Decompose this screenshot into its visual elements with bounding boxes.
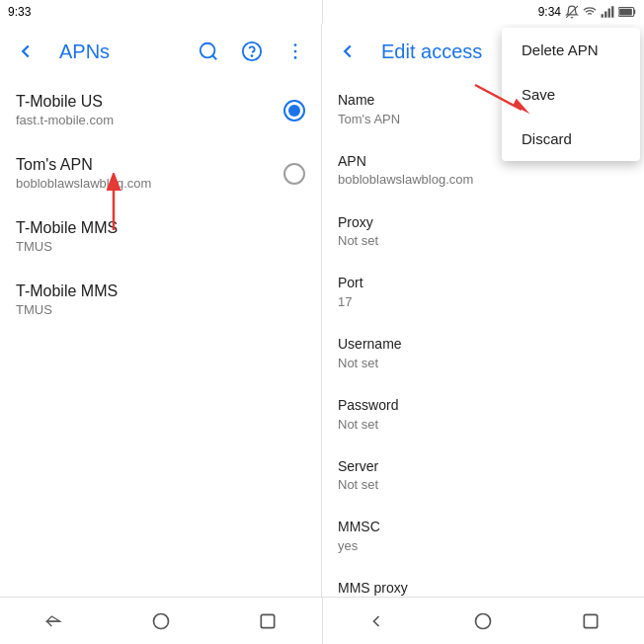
apn-url: TMUS xyxy=(16,239,305,256)
svg-rect-2 xyxy=(604,11,606,17)
apn-item-toms-apn[interactable]: Tom's APN bobloblawslawblog.com xyxy=(0,142,321,205)
field-value-proxy: Not set xyxy=(338,232,628,250)
apn-name: T-Mobile MMS xyxy=(16,218,305,239)
menu-save[interactable]: Save xyxy=(502,72,640,117)
svg-marker-20 xyxy=(47,621,52,626)
wifi-icon xyxy=(583,5,597,19)
radio-unselected[interactable] xyxy=(283,163,305,185)
right-status-bar: 9:34 xyxy=(323,0,645,24)
svg-line-9 xyxy=(212,55,216,59)
apn-item-tmobile-mms-1[interactable]: T-Mobile MMS TMUS xyxy=(0,205,321,269)
apn-url: TMUS xyxy=(16,302,305,319)
apn-url: bobloblawslawblog.com xyxy=(16,176,283,193)
svg-rect-3 xyxy=(608,9,610,18)
left-recents-nav[interactable] xyxy=(250,604,285,639)
left-status-bar: 9:33 xyxy=(0,0,322,24)
apn-list: T-Mobile US fast.t-mobile.com Tom's APN … xyxy=(0,79,321,597)
signal-icon xyxy=(601,5,614,19)
svg-rect-4 xyxy=(611,6,613,18)
svg-point-8 xyxy=(201,43,215,58)
field-label-proxy: Proxy xyxy=(338,213,628,233)
field-value-mmsc: yes xyxy=(338,537,628,555)
menu-delete-apn[interactable]: Delete APN xyxy=(502,28,640,72)
field-value-username: Not set xyxy=(338,355,628,372)
svg-point-14 xyxy=(294,56,297,59)
bottom-nav-container xyxy=(0,597,644,644)
apn-name: T-Mobile US xyxy=(16,92,283,113)
right-time: 9:34 xyxy=(538,5,561,19)
left-time: 9:33 xyxy=(8,5,31,19)
field-label-port: Port xyxy=(338,274,628,293)
left-back-nav[interactable] xyxy=(36,604,71,639)
notification-icon xyxy=(565,5,579,19)
svg-rect-25 xyxy=(584,614,597,627)
apn-item-tmobile-mms-2[interactable]: T-Mobile MMS TMUS xyxy=(0,269,321,332)
svg-rect-1 xyxy=(602,14,604,17)
left-bottom-nav xyxy=(0,598,322,644)
field-value-password: Not set xyxy=(338,416,628,434)
battery-icon xyxy=(618,6,636,18)
field-value-port: 17 xyxy=(338,293,628,311)
field-port[interactable]: Port 17 xyxy=(322,262,644,323)
radio-selected[interactable] xyxy=(283,100,305,121)
help-button[interactable] xyxy=(234,34,270,69)
menu-discard[interactable]: Discard xyxy=(502,117,640,161)
svg-rect-23 xyxy=(262,614,275,627)
left-home-nav[interactable] xyxy=(143,604,179,639)
svg-rect-6 xyxy=(634,10,636,15)
main-area: APNs T-Mobile US fast.t-mobile.com xyxy=(0,24,644,597)
apn-text: Tom's APN bobloblawslawblog.com xyxy=(16,155,283,193)
svg-rect-7 xyxy=(619,9,632,16)
back-button[interactable] xyxy=(8,34,43,69)
apn-text: T-Mobile US fast.t-mobile.com xyxy=(16,92,283,129)
apn-text: T-Mobile MMS TMUS xyxy=(16,282,305,319)
search-button[interactable] xyxy=(191,34,226,69)
left-toolbar: APNs xyxy=(0,24,321,79)
field-value-apn: bobloblawslawblog.com xyxy=(338,171,628,189)
field-label-mms-proxy: MMS proxy xyxy=(338,579,628,597)
field-label-password: Password xyxy=(338,396,628,416)
field-username[interactable]: Username Not set xyxy=(322,323,644,384)
right-back-button[interactable] xyxy=(330,34,365,69)
right-bottom-nav xyxy=(323,598,645,644)
field-label-mmsc: MMSC xyxy=(338,518,628,537)
field-mms-proxy[interactable]: MMS proxy Not set xyxy=(322,567,644,597)
field-password[interactable]: Password Not set xyxy=(322,384,644,445)
apn-item-tmobile-us[interactable]: T-Mobile US fast.t-mobile.com xyxy=(0,79,321,142)
apn-name: Tom's APN xyxy=(16,155,283,176)
right-recents-nav[interactable] xyxy=(573,604,608,639)
right-back-nav[interactable] xyxy=(359,604,394,639)
field-label-username: Username xyxy=(338,335,628,355)
apn-text: T-Mobile MMS TMUS xyxy=(16,218,305,256)
right-panel: Edit access Name Tom's APN APN bobloblaw… xyxy=(322,24,644,597)
more-options-button[interactable] xyxy=(278,34,313,69)
left-panel-title: APNs xyxy=(59,40,183,63)
svg-point-22 xyxy=(153,614,168,629)
apn-url: fast.t-mobile.com xyxy=(16,113,283,129)
svg-point-13 xyxy=(294,50,297,53)
apn-name: T-Mobile MMS xyxy=(16,282,305,302)
right-home-nav[interactable] xyxy=(465,604,501,639)
left-panel: APNs T-Mobile US fast.t-mobile.com xyxy=(0,24,322,597)
context-menu: Delete APN Save Discard xyxy=(502,28,640,161)
field-server[interactable]: Server Not set xyxy=(322,445,644,507)
field-mmsc[interactable]: MMSC yes xyxy=(322,506,644,567)
field-proxy[interactable]: Proxy Not set xyxy=(322,201,644,263)
svg-marker-19 xyxy=(47,616,60,621)
svg-point-12 xyxy=(294,43,297,46)
status-bar-container: 9:33 9:34 xyxy=(0,0,644,24)
field-label-server: Server xyxy=(338,457,628,477)
field-value-server: Not set xyxy=(338,476,628,494)
svg-point-24 xyxy=(476,614,491,629)
